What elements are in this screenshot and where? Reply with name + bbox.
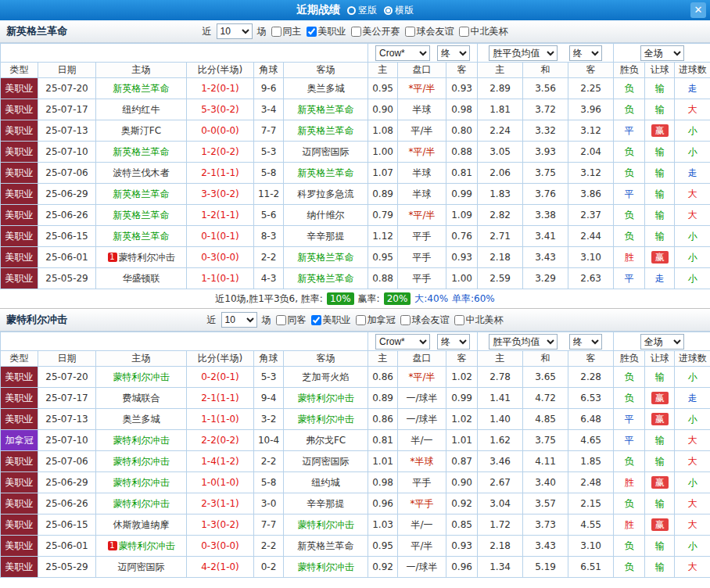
odds-company-select[interactable]: Crow* — [375, 45, 430, 61]
goals-cell: 小 — [675, 120, 710, 142]
match-count-select[interactable]: 10 — [221, 312, 257, 328]
league-filter[interactable]: 中北美杯 — [454, 314, 504, 327]
col-result: 胜负 — [614, 63, 645, 78]
avg-away-cell: 6.51 — [568, 557, 614, 578]
avg-home-cell: 1.40 — [478, 409, 523, 430]
league-filter[interactable]: 中北美杯 — [459, 25, 508, 38]
league-filter[interactable]: 美职业 — [307, 25, 346, 38]
league-filter-label: 美公开赛 — [363, 25, 400, 38]
avg-home-cell: 2.82 — [478, 205, 523, 226]
match-count-select[interactable]: 10 — [217, 23, 253, 39]
red-card-badge: 1 — [108, 541, 117, 550]
goals-cell: 大 — [675, 205, 710, 226]
corners-cell: 0-2 — [254, 557, 284, 578]
date-cell: 25-07-10 — [38, 142, 96, 163]
home-team-cell: 波特兰伐木者 — [96, 163, 187, 184]
match-row: 美职业25-06-29新英格兰革命3-3(0-2)11-2科罗拉多急流0.89半… — [1, 184, 710, 205]
league-filter-checkbox[interactable] — [356, 315, 366, 325]
avg-odds-select[interactable]: 胜平负均值 — [489, 45, 558, 61]
radio-icon[interactable] — [347, 6, 356, 15]
avg-draw-cell: 3.65 — [523, 367, 568, 388]
league-cell: 美职业 — [1, 388, 38, 409]
away-team-cell: 新英格兰革命 — [284, 268, 368, 289]
odds-home-cell: 0.81 — [368, 430, 398, 451]
result-cell: 平 — [614, 430, 645, 451]
dropdown-row-spacer — [1, 44, 368, 63]
avg-draw-cell: 3.75 — [523, 430, 568, 451]
odds-stage-select[interactable]: 终 — [437, 45, 470, 61]
league-filter-checkbox[interactable] — [454, 315, 464, 325]
avg-away-cell: 3.10 — [568, 247, 614, 268]
odds-dropdowns-cell: Crow* 终 — [368, 332, 478, 351]
league-filter-label: 球会友谊 — [412, 314, 450, 327]
layout-radio-vertical[interactable]: 竖版 — [347, 4, 377, 17]
league-filter[interactable]: 美职业 — [311, 314, 351, 327]
handicap-cell: 一/球半 — [398, 388, 446, 409]
league-filter-checkbox[interactable] — [311, 315, 321, 325]
handicap-result-cell: 输 — [645, 226, 675, 247]
league-cell: 美职业 — [1, 78, 38, 99]
league-filter[interactable]: 同主 — [271, 25, 302, 38]
match-row: 美职业25-05-29迈阿密国际4-2(1-0)0-2蒙特利尔冲击0.92一/球… — [1, 557, 710, 578]
layout-radio-horizontal[interactable]: 横版 — [384, 4, 414, 17]
odds-away-cell: 0.76 — [446, 226, 478, 247]
summary-part: 20% — [384, 292, 411, 305]
league-filter[interactable]: 加拿冠 — [356, 314, 396, 327]
col-score: 比分(半场) — [187, 63, 254, 78]
handicap-cell: 平/半 — [398, 120, 446, 142]
league-filter-checkbox[interactable] — [276, 315, 286, 325]
goals-cell: 大 — [675, 99, 710, 120]
close-icon[interactable]: ✕ — [690, 2, 706, 18]
avg-odds-select[interactable]: 胜平负均值 — [489, 334, 558, 350]
score-cell: 1-0(1-0) — [187, 472, 254, 493]
league-filter-checkbox[interactable] — [307, 27, 317, 37]
odds-away-cell: 0.93 — [446, 78, 478, 99]
match-row: 美职业25-07-20新英格兰革命1-2(0-1)9-6奥兰多城0.95*平/半… — [1, 78, 710, 99]
score-cell: 1-2(0-1) — [187, 78, 254, 99]
avg-stage-select[interactable]: 终 — [569, 334, 602, 350]
handicap-cell: *平手 — [398, 493, 446, 514]
corners-cell: 5-8 — [254, 163, 284, 184]
match-row: 美职业25-06-26新英格兰革命1-2(1-1)5-6纳什维尔0.79*平/半… — [1, 205, 710, 226]
scope-dropdown-cell: 全场 — [614, 44, 710, 63]
away-team-cell: 纽约城 — [284, 472, 368, 493]
away-team-cell: 新英格兰革命 — [284, 247, 368, 268]
avg-away-cell: 2.48 — [568, 472, 614, 493]
league-filter-checkbox[interactable] — [459, 27, 469, 37]
result-cell: 负 — [614, 536, 645, 557]
col-date: 日期 — [38, 351, 96, 367]
odds-company-select[interactable]: Crow* — [375, 334, 430, 350]
avg-home-cell: 2.67 — [478, 472, 523, 493]
corners-cell: 10-4 — [254, 430, 284, 451]
odds-stage-select[interactable]: 终 — [437, 334, 470, 350]
league-filter[interactable]: 同客 — [276, 314, 307, 327]
league-filter[interactable]: 球会友谊 — [400, 314, 450, 327]
league-cell: 美职业 — [1, 451, 38, 472]
goals-cell: 小 — [675, 536, 710, 557]
odds-away-cell: 0.99 — [446, 388, 478, 409]
league-filter-checkbox[interactable] — [400, 315, 411, 325]
avg-away-cell: 2.15 — [568, 493, 614, 514]
league-cell: 美职业 — [1, 247, 38, 268]
avg-away-cell: 2.63 — [568, 268, 614, 289]
odds-away-cell: 0.96 — [446, 557, 478, 578]
corners-cell: 2-2 — [254, 247, 284, 268]
avg-stage-select[interactable]: 终 — [569, 45, 602, 61]
handicap-result-cell: 输 — [645, 163, 675, 184]
scope-select[interactable]: 全场 — [640, 45, 684, 61]
league-filter[interactable]: 美公开赛 — [351, 25, 400, 38]
result-cell: 平 — [614, 120, 645, 142]
result-cell: 平 — [614, 409, 645, 430]
summary-part: 赢率: — [358, 292, 380, 306]
away-team-cell: 蒙特利尔冲击 — [284, 557, 368, 578]
league-filter[interactable]: 球会友谊 — [405, 25, 454, 38]
col-odds-away: 客 — [446, 351, 478, 367]
match-row: 美职业25-07-10新英格兰革命1-2(0-2)5-3迈阿密国际1.00*平/… — [1, 142, 710, 163]
league-filter-checkbox[interactable] — [405, 27, 415, 37]
league-filter-checkbox[interactable] — [271, 27, 281, 37]
league-filter-checkbox[interactable] — [351, 27, 361, 37]
odds-home-cell: 1.01 — [368, 451, 398, 472]
odds-home-cell: 0.96 — [368, 493, 398, 514]
scope-select[interactable]: 全场 — [640, 334, 684, 350]
radio-icon[interactable] — [384, 6, 393, 15]
